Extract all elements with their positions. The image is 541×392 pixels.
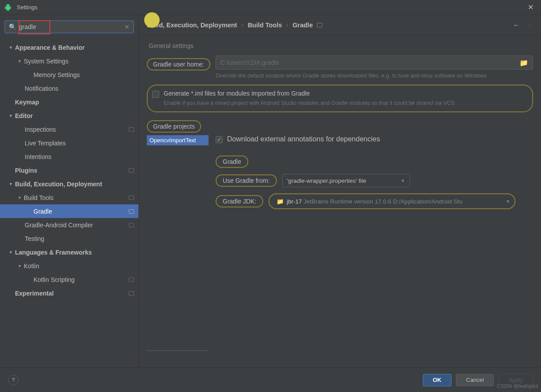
tree-kotlin[interactable]: ▾Kotlin: [0, 259, 138, 273]
tree-lang-fw[interactable]: ▾Languages & Frameworks: [0, 245, 138, 259]
forward-icon: →: [526, 21, 533, 29]
chevron-down-icon: ▾: [17, 263, 22, 268]
profile-badge-icon: [129, 127, 134, 132]
use-gradle-from-dropdown[interactable]: 'gradle-wrapper.properties' file ▼: [282, 174, 410, 187]
profile-badge-icon: [129, 168, 134, 173]
chevron-right-icon: ›: [287, 22, 288, 28]
tree-keymap[interactable]: Keymap: [0, 95, 138, 109]
main-panel: Build, Execution, Deployment › Build Too…: [139, 15, 541, 367]
chevron-down-icon: ▼: [506, 199, 510, 204]
gradle-user-home-input[interactable]: [220, 59, 516, 66]
profile-badge-icon: [129, 291, 134, 296]
use-gradle-from-label: Use Gradle from:: [216, 174, 277, 187]
chevron-down-icon: ▾: [8, 45, 13, 50]
tree-plugins[interactable]: Plugins: [0, 163, 138, 177]
generate-iml-block: Generate *.iml files for modules importe…: [147, 85, 533, 113]
download-annotations-label: Download external annotations for depend…: [227, 135, 380, 143]
profile-badge-icon: [129, 209, 134, 214]
profile-badge-icon: [129, 196, 134, 200]
crumb-build-tools[interactable]: Build Tools: [248, 22, 282, 29]
tree-build-tools[interactable]: ▾Build Tools: [0, 191, 138, 204]
gradle-jdk-dropdown[interactable]: 📁 jbr-17 JetBrains Runtime version 17.0.…: [269, 193, 515, 209]
chevron-down-icon: ▾: [8, 250, 13, 255]
tree-kotlin-scripting[interactable]: Kotlin Scripting: [0, 273, 138, 286]
profile-badge-icon: [129, 277, 134, 282]
tree-system-settings[interactable]: ▾System Settings: [0, 54, 138, 68]
generate-iml-label: Generate *.iml files for modules importe…: [164, 90, 526, 97]
generate-iml-checkbox[interactable]: [152, 91, 159, 98]
tree-gradle-android[interactable]: Gradle-Android Compiler: [0, 218, 138, 232]
profile-badge-icon: [129, 223, 134, 227]
project-item[interactable]: OpencvImportText: [147, 135, 209, 145]
tree-testing[interactable]: Testing: [0, 232, 138, 245]
ok-button[interactable]: OK: [423, 374, 452, 386]
gradle-user-home-label: Gradle user home:: [147, 58, 210, 70]
window-title: Settings: [17, 4, 524, 11]
tree-notifications[interactable]: Notifications: [0, 81, 138, 95]
sidebar: 🔍 ✕ ▾Appearance & Behavior ▾System Setti…: [0, 15, 139, 367]
chevron-down-icon: ▾: [8, 181, 13, 186]
projects-list[interactable]: OpencvImportText: [147, 135, 209, 351]
generate-iml-hint: Enable if you have a mixed project with …: [164, 100, 526, 107]
folder-icon: 📁: [276, 198, 284, 205]
tree-live-templates[interactable]: Live Templates: [0, 136, 138, 150]
tree-memory-settings[interactable]: Memory Settings: [0, 68, 138, 81]
download-annotations-checkbox[interactable]: [216, 136, 223, 143]
bottombar: ? OK Cancel Apply: [0, 367, 541, 392]
chevron-down-icon: ▾: [17, 59, 22, 63]
chevron-down-icon: ▼: [401, 178, 405, 183]
gradle-jdk-label: Gradle JDK:: [216, 195, 263, 207]
folder-icon[interactable]: 📁: [519, 59, 528, 67]
gradle-sub-label: Gradle: [216, 155, 248, 168]
crumb-bed[interactable]: Build, Execution, Deployment: [147, 22, 237, 29]
back-icon[interactable]: ←: [513, 21, 520, 29]
tree-appearance[interactable]: ▾Appearance & Behavior: [0, 41, 138, 54]
close-icon[interactable]: ✕: [524, 1, 537, 14]
annotation-marker-icon: [144, 12, 160, 28]
chevron-down-icon: ▾: [17, 195, 22, 200]
titlebar: Settings ✕: [0, 0, 541, 15]
search-input[interactable]: [19, 23, 124, 30]
breadcrumb: Build, Execution, Deployment › Build Too…: [139, 15, 541, 35]
clear-icon[interactable]: ✕: [124, 23, 130, 30]
settings-tree: ▾Appearance & Behavior ▾System Settings …: [0, 38, 138, 367]
tree-bed[interactable]: ▾Build, Execution, Deployment: [0, 177, 138, 191]
crumb-gradle: Gradle: [293, 22, 313, 29]
general-section-title: General settings: [147, 42, 533, 49]
chevron-right-icon: ›: [242, 22, 243, 28]
watermark: CSDN @leafspirit: [497, 383, 538, 389]
tree-editor[interactable]: ▾Editor: [0, 109, 138, 122]
tree-inspections[interactable]: Inspections: [0, 122, 138, 136]
tree-intentions[interactable]: Intentions: [0, 150, 138, 163]
search-icon: 🔍: [9, 23, 16, 30]
cancel-button[interactable]: Cancel: [456, 374, 494, 386]
android-icon: [4, 4, 11, 11]
chevron-down-icon: ▾: [8, 113, 13, 118]
help-button[interactable]: ?: [8, 375, 19, 385]
tree-gradle[interactable]: Gradle: [0, 204, 138, 218]
search-input-wrap[interactable]: 🔍 ✕: [4, 20, 134, 33]
tree-experimental[interactable]: Experimental: [0, 286, 138, 300]
gradle-projects-label: Gradle projects: [147, 120, 201, 133]
profile-badge-icon: [317, 23, 322, 27]
gradle-user-home-input-wrap[interactable]: 📁: [216, 55, 533, 70]
gradle-user-home-hint: Override the default location where Grad…: [216, 72, 533, 80]
